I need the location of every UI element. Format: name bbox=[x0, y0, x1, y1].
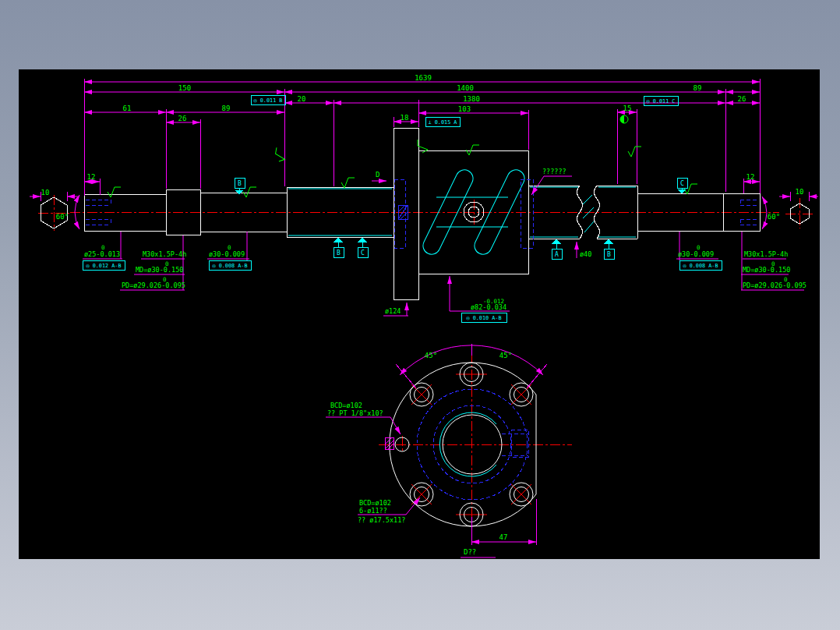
dim-flange-od: ø124 bbox=[385, 307, 401, 315]
callout-counterbore: ?? ø17.5x11? bbox=[358, 516, 405, 524]
dim-12-left: 12 bbox=[87, 173, 96, 181]
callout-bcd-bottom: BCD=ø102 bbox=[359, 499, 391, 507]
callout-port: ?? PT 1/8"x10? bbox=[327, 409, 383, 417]
nut-note: ?????? bbox=[542, 168, 566, 175]
callout-d30-left: ø30-0.009 bbox=[209, 250, 245, 258]
fcf-text: ◎ 0.008 A-B bbox=[683, 263, 718, 269]
callout-thread-right: M30x1.5P-4h bbox=[744, 250, 788, 258]
dim-20: 20 bbox=[298, 95, 306, 103]
callout-d25: ø25-0.013 bbox=[84, 250, 120, 258]
cad-drawing: B C B C A B ◎ 0.011 B ◎ 0.011 C ⟂ 0.015 … bbox=[0, 0, 840, 630]
angle-45-left: 45° bbox=[425, 352, 437, 359]
callout-md-left: MD=ø30-0.150 bbox=[136, 266, 183, 274]
callout-pd-left: PD=ø29.026-0.095 bbox=[122, 281, 185, 289]
dim-15: 15 bbox=[623, 104, 632, 112]
fcf-text: ◎ 0.012 A-B bbox=[86, 263, 121, 269]
dim-screw-od: ø40 bbox=[580, 250, 591, 258]
fcf-text: ◎ 0.010 A-B bbox=[466, 315, 501, 321]
fcf-text: ◎ 0.011 C bbox=[647, 98, 676, 104]
callout-bcd-top: BCD=ø102 bbox=[330, 402, 362, 409]
callout-thread-left: M30x1.5P-4h bbox=[143, 250, 186, 258]
dim-89-left: 89 bbox=[222, 104, 231, 112]
drawing-canvas[interactable] bbox=[19, 69, 820, 559]
callout-bolt-holes: 6-ø11?? bbox=[359, 507, 387, 515]
dim-89-right: 89 bbox=[694, 84, 702, 92]
dim-47: 47 bbox=[499, 533, 508, 541]
datum-label: A bbox=[555, 251, 559, 258]
dim-150: 150 bbox=[178, 84, 191, 92]
angle-60-left: 60° bbox=[56, 213, 69, 221]
angle-45-right: 45° bbox=[499, 352, 512, 359]
dim-1380: 1380 bbox=[463, 95, 480, 103]
datum-label: C bbox=[680, 180, 684, 187]
datum-label: B bbox=[607, 251, 611, 258]
dim-103: 103 bbox=[458, 105, 471, 113]
view-label: D?? bbox=[464, 548, 476, 556]
dim-10-left: 10 bbox=[41, 189, 50, 196]
datum-label: B bbox=[337, 250, 341, 257]
dim-1400: 1400 bbox=[457, 84, 474, 92]
view-direction-label: D bbox=[376, 171, 379, 179]
fcf-text: ⟂ 0.015 A bbox=[429, 119, 457, 126]
callout-md-right: MD=ø30-0.150 bbox=[743, 266, 790, 274]
callout-d82: ø82-0.034 bbox=[471, 303, 506, 311]
callout-pd-right: PD=ø29.026-0.095 bbox=[743, 281, 806, 289]
datum-label: C bbox=[361, 250, 365, 257]
angle-60-right: 60° bbox=[768, 213, 780, 221]
callout-d30-right: ø30-0.009 bbox=[678, 250, 714, 258]
fcf-text: ◎ 0.008 A-B bbox=[212, 263, 247, 269]
dim-61: 61 bbox=[123, 104, 132, 112]
dim-total: 1639 bbox=[415, 74, 432, 82]
datum-label: B bbox=[238, 180, 242, 187]
fcf-text: ◎ 0.011 B bbox=[254, 97, 283, 104]
dim-12-right: 12 bbox=[746, 173, 755, 181]
dim-10-right: 10 bbox=[796, 188, 804, 196]
dim-18: 18 bbox=[401, 114, 409, 122]
dim-26-right: 26 bbox=[738, 95, 746, 103]
dim-26-left: 26 bbox=[178, 115, 187, 122]
